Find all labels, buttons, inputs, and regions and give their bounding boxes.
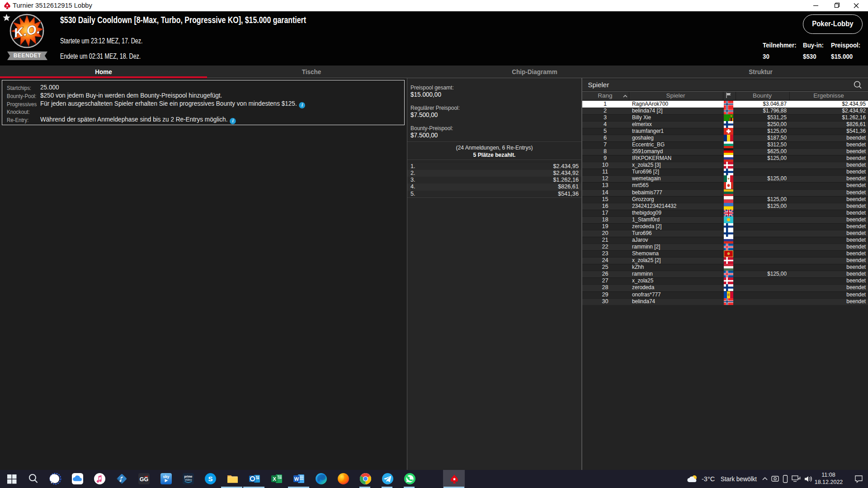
svg-text:video: video [184,478,192,481]
svg-text:sky: sky [163,474,169,479]
svg-text:W: W [294,476,299,482]
svg-text:X: X [273,476,276,482]
svg-text:S: S [208,475,212,483]
svg-text:GG: GG [139,476,148,483]
